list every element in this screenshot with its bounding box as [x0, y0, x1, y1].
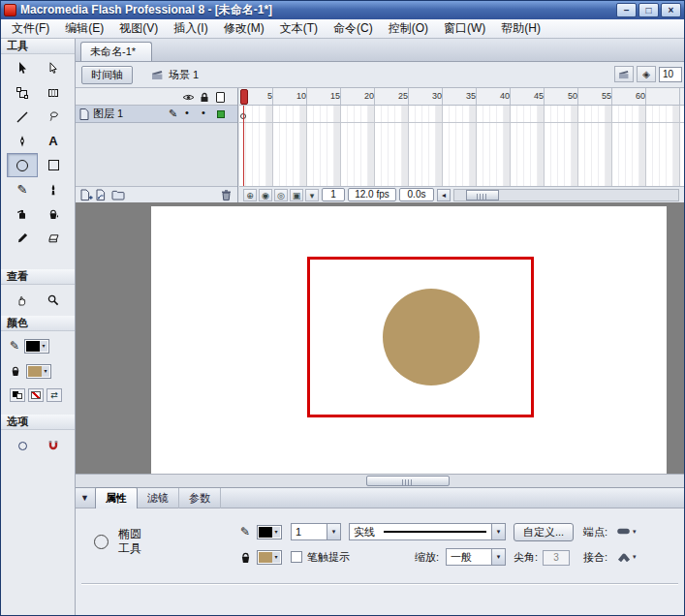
gradient-transform-tool[interactable] — [38, 80, 69, 105]
frames-grid[interactable] — [239, 106, 684, 186]
timeline-status-icon[interactable]: ◎ — [274, 189, 288, 201]
menu-item[interactable]: 修改(M) — [216, 18, 272, 39]
swap-colors-button[interactable]: ⇄ — [47, 388, 62, 402]
stroke-pencil-icon: ✎ — [10, 337, 19, 354]
paint-bucket-tool[interactable] — [38, 201, 69, 226]
menu-item[interactable]: 编辑(E) — [57, 18, 111, 39]
menu-item[interactable]: 窗口(W) — [436, 18, 493, 39]
menu-item[interactable]: 帮助(H) — [493, 18, 548, 39]
maximize-button[interactable]: □ — [638, 3, 659, 17]
line-tool[interactable] — [7, 105, 38, 129]
timeline-scrollbar-thumb[interactable] — [466, 190, 499, 200]
frame-rate-box[interactable]: 12.0 fps — [348, 188, 396, 201]
stroke-height-combo[interactable]: 1 ▾ — [291, 523, 341, 540]
scale-combo[interactable]: 一般 ▾ — [446, 548, 506, 566]
timeline-scrollbar-track[interactable] — [453, 189, 679, 201]
custom-stroke-button[interactable]: 自定义... — [514, 523, 574, 541]
tab-filters[interactable]: 滤镜 — [138, 488, 179, 508]
layer-frames-row[interactable] — [239, 106, 684, 123]
ink-bottle-icon — [16, 208, 28, 220]
join-style-button[interactable]: ▾ — [614, 548, 639, 565]
free-transform-tool[interactable] — [7, 80, 38, 105]
delete-layer-trash-button[interactable] — [220, 189, 233, 201]
stage-canvas[interactable] — [151, 206, 667, 474]
stage-horizontal-scrollbar[interactable] — [76, 474, 684, 487]
menu-item[interactable]: 插入(I) — [166, 18, 215, 39]
black-white-button[interactable] — [10, 388, 25, 402]
subselection-tool[interactable] — [38, 56, 69, 80]
collapse-panel-icon[interactable]: ▼ — [80, 493, 89, 503]
stroke-style-combo[interactable]: 实线 ▾ — [349, 523, 506, 540]
ink-bottle-tool[interactable] — [7, 201, 38, 226]
subselection-arrow-icon — [47, 62, 59, 75]
menu-item[interactable]: 文本(T) — [272, 18, 326, 39]
drawn-rectangle-shape[interactable] — [307, 257, 534, 417]
object-drawing-toggle[interactable] — [7, 434, 38, 457]
stroke-color-chip[interactable]: ▾ — [24, 339, 49, 354]
stroke-color-chip[interactable]: ▾ — [257, 525, 282, 539]
timeline-status-icon[interactable]: ⊕ — [243, 189, 257, 201]
tab-parameters[interactable]: 参数 — [179, 488, 221, 508]
timeline-scroll-left-button[interactable]: ◂ — [437, 189, 451, 201]
timeline-status-icon[interactable]: ◉ — [259, 189, 272, 201]
document-tab[interactable]: 未命名-1* — [80, 42, 152, 61]
timeline-toggle-button[interactable]: 时间轴 — [81, 66, 133, 84]
menu-item[interactable]: 命令(C) — [326, 18, 381, 39]
stroke-hinting-checkbox[interactable] — [291, 551, 302, 563]
no-color-button[interactable] — [28, 388, 44, 402]
oval-tool[interactable] — [7, 153, 38, 177]
layer-outline-color-swatch[interactable] — [217, 110, 225, 118]
playhead-marker[interactable] — [240, 89, 248, 105]
chevron-down-icon[interactable]: ▾ — [327, 524, 340, 539]
hand-tool[interactable] — [7, 289, 38, 312]
text-tool[interactable]: A — [38, 129, 69, 153]
layer-lock-dot[interactable]: • — [202, 107, 205, 118]
current-frame-box[interactable]: 1 — [322, 188, 345, 201]
show-hide-icon[interactable] — [182, 93, 195, 102]
scale-label: 缩放: — [415, 548, 439, 566]
edit-symbol-button[interactable]: ◈ — [637, 66, 656, 82]
eraser-tool[interactable] — [38, 226, 69, 250]
eyedropper-tool[interactable] — [7, 226, 38, 250]
chevron-down-icon: ▾ — [40, 341, 47, 352]
pencil-tool[interactable]: ✎ — [7, 177, 38, 201]
pen-tool[interactable] — [7, 129, 38, 153]
menu-item[interactable]: 控制(O) — [381, 18, 436, 39]
chevron-down-icon[interactable]: ▾ — [491, 524, 505, 539]
timeline-status-icon[interactable]: ▣ — [290, 189, 303, 201]
close-button[interactable]: × — [661, 3, 681, 17]
drawn-oval-shape[interactable] — [383, 289, 480, 385]
brush-tool[interactable] — [38, 177, 69, 201]
snap-to-objects-toggle[interactable] — [38, 434, 69, 457]
layer-show-dot[interactable]: • — [185, 107, 189, 118]
selection-tool[interactable] — [7, 56, 38, 80]
edit-scene-button[interactable] — [614, 66, 634, 82]
fill-color-chip[interactable]: ▾ — [26, 364, 51, 379]
stage-zoom-input[interactable]: 10 — [659, 67, 682, 82]
miter-input[interactable]: 3 — [543, 550, 570, 566]
timeline-status-icon[interactable]: ▾ — [305, 189, 319, 201]
stage-area[interactable] — [76, 202, 684, 474]
cap-style-button[interactable]: ▾ — [614, 523, 639, 539]
lock-icon[interactable] — [200, 92, 209, 103]
insert-layer-button[interactable] — [80, 189, 93, 201]
outline-view-icon[interactable] — [216, 92, 225, 103]
layer-name[interactable]: 图层 1 — [93, 107, 123, 121]
minimize-button[interactable]: – — [616, 3, 637, 17]
insert-folder-button[interactable] — [111, 189, 125, 200]
layer-row[interactable]: 图层 1 ✎ • • — [76, 106, 237, 123]
tab-properties[interactable]: 属性 — [95, 487, 138, 508]
ruler-number: 25 — [375, 88, 409, 106]
add-motion-guide-button[interactable] — [96, 189, 109, 201]
lasso-tool[interactable] — [38, 105, 69, 129]
ruler-numbers: 51015202530354045505560 — [239, 88, 646, 106]
timeline-ruler[interactable]: 51015202530354045505560 — [239, 88, 684, 106]
rectangle-tool[interactable] — [38, 153, 69, 177]
zoom-tool[interactable] — [38, 289, 69, 312]
menu-item[interactable]: 文件(F) — [4, 18, 57, 39]
scene-name[interactable]: 场景 1 — [169, 68, 199, 82]
menu-item[interactable]: 视图(V) — [111, 18, 166, 39]
fill-color-chip[interactable]: ▾ — [257, 550, 282, 565]
chevron-down-icon[interactable]: ▾ — [491, 549, 505, 565]
stage-scrollbar-thumb[interactable] — [366, 476, 450, 486]
